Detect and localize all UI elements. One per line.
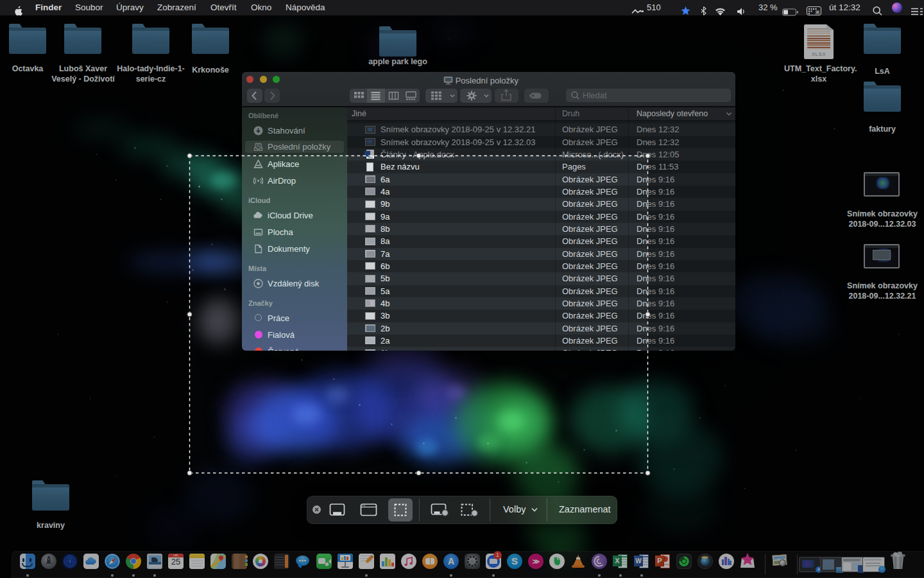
svg-text:⌘: ⌘ bbox=[815, 10, 820, 15]
